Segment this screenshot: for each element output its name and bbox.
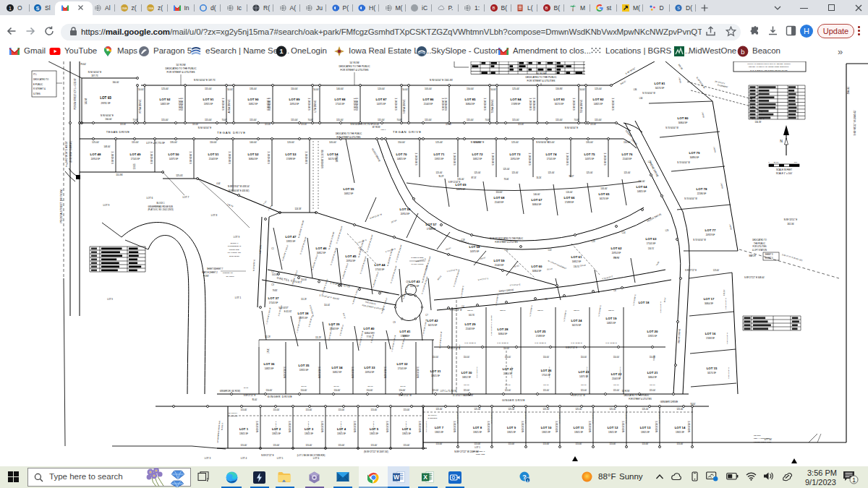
svg-text:TEGAN DRIVE: TEGAN DRIVE — [393, 130, 422, 134]
svg-text:116.83': 116.83' — [474, 141, 481, 144]
svg-text:N 90°00'00" E: N 90°00'00" E — [198, 127, 212, 129]
svg-text:LOT 61: LOT 61 — [571, 255, 582, 259]
svg-text:FOR STREET & UTILITIES: FOR STREET & UTILITIES — [167, 71, 195, 74]
svg-text:DEDICATED TO THE PUBLIC: DEDICATED TO THE PUBLIC — [166, 67, 197, 70]
svg-text:LOT 84: LOT 84 — [511, 98, 522, 101]
svg-text:LOT 86: LOT 86 — [423, 98, 434, 101]
svg-text:182.36': 182.36' — [787, 223, 794, 226]
svg-text:LOT 15: LOT 15 — [707, 367, 718, 370]
svg-text:21043 SF: 21043 SF — [424, 103, 433, 106]
svg-text:14825 SF: 14825 SF — [637, 190, 647, 193]
svg-text:13925 SF: 13925 SF — [641, 431, 650, 434]
svg-text:S 00°00'00" E: S 00°00'00" E — [354, 98, 357, 110]
svg-text:110.00': 110.00' — [301, 389, 307, 392]
svg-text:LOT 90: LOT 90 — [248, 98, 259, 101]
svg-text:17105 SF: 17105 SF — [269, 301, 278, 304]
svg-text:LOT 54: LOT 54 — [328, 153, 339, 156]
svg-text:125.00': 125.00' — [474, 171, 481, 174]
svg-text:140.00': 140.00' — [336, 87, 344, 90]
svg-text:17498 SF: 17498 SF — [565, 201, 574, 204]
svg-text:125.00': 125.00' — [595, 87, 602, 90]
svg-text:115.00': 115.00' — [371, 444, 378, 447]
svg-text:29781 SF: 29781 SF — [101, 102, 110, 105]
svg-text:S 89°27'22" E: S 89°27'22" E — [571, 342, 582, 344]
svg-text:110.00': 110.00' — [581, 384, 587, 386]
svg-text:C3: C3 — [271, 283, 274, 286]
svg-text:135.00': 135.00' — [586, 141, 593, 144]
svg-text:MATCH POINT: MATCH POINT — [411, 263, 424, 265]
svg-text:S 00°00'00" E: S 00°00'00" E — [529, 153, 532, 165]
svg-text:125.00': 125.00' — [574, 309, 580, 312]
svg-text:S 00°00'00" E: S 00°00'00" E — [415, 153, 418, 165]
svg-text:20' UTILITY: 20' UTILITY — [428, 414, 438, 416]
svg-text:74.45': 74.45' — [656, 261, 660, 267]
svg-text:N 19°23'38" E: N 19°23'38" E — [598, 305, 603, 317]
svg-text:115.00': 115.00' — [446, 123, 452, 126]
svg-text:N 89°13'51" E: N 89°13'51" E — [784, 218, 798, 221]
svg-text:S 89°27'22" E 348.00': S 89°27'22" E 348.00' — [744, 276, 765, 279]
svg-text:DEDICATED TO: DEDICATED TO — [33, 78, 49, 81]
svg-text:13925 SF: 13925 SF — [286, 240, 296, 243]
svg-text:150.00': 150.00' — [638, 180, 645, 183]
svg-text:S 89°27'22" E: S 89°27'22" E — [244, 394, 256, 397]
svg-text:(50' ROW): (50' ROW) — [226, 275, 234, 278]
svg-text:21043 SF: 21043 SF — [495, 201, 504, 204]
svg-text:HUGO DRIVE: HUGO DRIVE — [371, 147, 381, 163]
svg-text:LOT 64: LOT 64 — [637, 185, 647, 189]
svg-text:110.00': 110.00' — [301, 385, 307, 388]
svg-text:17105 SF: 17105 SF — [547, 158, 556, 160]
svg-text:13925 SF: 13925 SF — [299, 369, 309, 372]
svg-text:70.00': 70.00' — [574, 119, 579, 121]
svg-text:LOT 77: LOT 77 — [705, 228, 716, 232]
svg-text:17105 SF: 17105 SF — [398, 367, 407, 370]
svg-text:N 00°37'38" E: N 00°37'38" E — [373, 421, 375, 432]
svg-text:20914 SF: 20914 SF — [401, 213, 410, 215]
svg-text:110.00': 110.00' — [505, 356, 511, 359]
svg-text:N 70°00'00" W: N 70°00'00" W — [677, 161, 690, 164]
svg-text:N 00°32'38" W (L 118.00)': N 00°32'38" W (L 118.00)' — [490, 314, 493, 335]
svg-text:S 15°32'38" W: S 15°32'38" W — [401, 337, 406, 348]
svg-text:LOT 65: LOT 65 — [599, 192, 610, 196]
svg-text:110.00': 110.00' — [291, 87, 298, 90]
svg-text:LOT 3: LOT 3 — [205, 457, 211, 460]
svg-text:115.00': 115.00' — [613, 389, 620, 392]
svg-text:GINGER DRIVE: GINGER DRIVE — [660, 401, 678, 403]
svg-text:C2: C2 — [271, 270, 274, 273]
svg-text:115.00': 115.00' — [250, 119, 257, 121]
svg-text:110.00': 110.00' — [399, 389, 406, 392]
svg-text:N 70°00'00" W: N 70°00'00" W — [693, 239, 706, 241]
svg-text:120.00': 120.00' — [566, 191, 573, 194]
svg-text:FOR STREET & UTILITIES: FOR STREET & UTILITIES — [341, 69, 369, 72]
svg-text:S 00°00'00" E: S 00°00'00" E — [454, 153, 456, 165]
svg-text:S 15°32'38" W 254.84': S 15°32'38" W 254.84' — [330, 247, 337, 265]
svg-text:W: W — [393, 474, 400, 481]
svg-text:150.00': 150.00' — [398, 141, 405, 144]
svg-text:LOT 4: LOT 4 — [241, 457, 247, 460]
svg-text:110.00': 110.00' — [464, 356, 470, 359]
svg-text:L29: L29 — [665, 229, 669, 232]
svg-text:115.00': 115.00' — [339, 444, 345, 447]
svg-text:LOT 29: LOT 29 — [465, 322, 476, 326]
svg-text:125.00': 125.00' — [586, 171, 593, 174]
svg-text:115.00': 115.00' — [505, 389, 511, 392]
svg-text:S 00°00'00" E: S 00°00'00" E — [533, 98, 536, 111]
svg-text:LOT 82: LOT 82 — [593, 98, 604, 101]
svg-text:34170 SF: 34170 SF — [555, 103, 564, 106]
svg-text:S 00°32'38" W: S 00°32'38" W — [511, 367, 513, 378]
svg-text:LOT 37: LOT 37 — [268, 296, 279, 300]
svg-text:GAS, CABLE TV AND OVERLAND DRA: GAS, CABLE TV AND OVERLAND DRAINAGE. — [750, 69, 788, 72]
svg-text:30804 SF: 30804 SF — [678, 121, 688, 124]
svg-text:& LIFT STATION: & LIFT STATION — [752, 249, 767, 252]
svg-text:LOT 47A: LOT 47A — [259, 245, 263, 254]
svg-text:S 15°32'38" W 254.84': S 15°32'38" W 254.84' — [453, 269, 460, 287]
svg-text:SCALE 1" = 100': SCALE 1" = 100' — [776, 172, 793, 175]
svg-text:LOT 85: LOT 85 — [465, 98, 476, 101]
svg-text:125.00': 125.00' — [676, 408, 684, 411]
svg-text:C7: C7 — [425, 314, 428, 317]
svg-text:53.26': 53.26' — [536, 176, 542, 179]
svg-text:115.00': 115.00' — [509, 442, 515, 445]
svg-text:115.00': 115.00' — [378, 119, 385, 121]
svg-text:LOT 42: LOT 42 — [427, 319, 438, 322]
svg-text:LOT 92: LOT 92 — [160, 98, 171, 101]
svg-text:110.00': 110.00' — [503, 347, 510, 350]
